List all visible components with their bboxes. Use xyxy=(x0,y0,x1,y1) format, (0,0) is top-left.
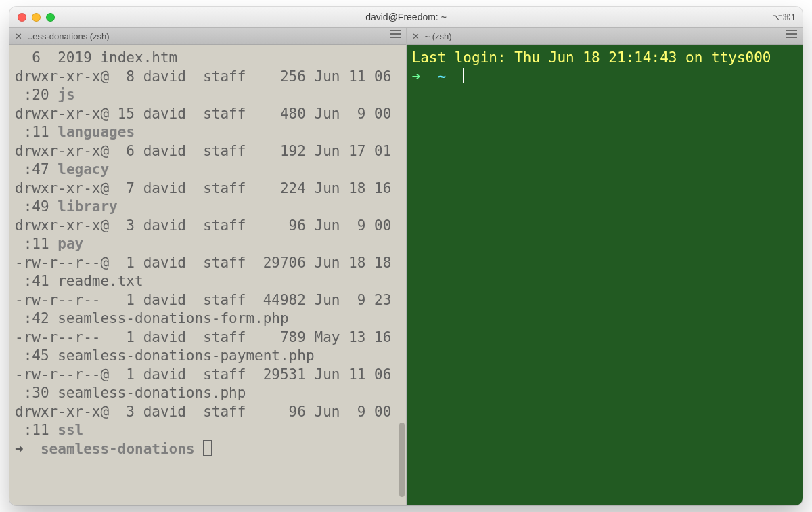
left-pane: ✕ ..ess-donations (zsh) 6 2019 index.htm… xyxy=(9,28,407,505)
close-tab-icon[interactable]: ✕ xyxy=(15,32,22,41)
left-scrollbar[interactable] xyxy=(399,423,405,497)
zoom-window-button[interactable] xyxy=(46,13,55,22)
minimize-window-button[interactable] xyxy=(32,13,41,22)
split-panes: ✕ ..ess-donations (zsh) 6 2019 index.htm… xyxy=(9,28,803,505)
left-tab-title: ..ess-donations (zsh) xyxy=(28,31,110,41)
traffic-lights xyxy=(18,13,55,22)
tab-menu-icon[interactable] xyxy=(786,30,797,38)
window-shortcut-indicator: ⌥⌘1 xyxy=(772,7,796,27)
terminal-window: david@Freedom: ~ ⌥⌘1 ✕ ..ess-donations (… xyxy=(9,7,803,505)
right-pane: ✕ ~ (zsh) Last login: Thu Jun 18 21:14:4… xyxy=(407,28,803,505)
close-tab-icon[interactable]: ✕ xyxy=(412,32,420,41)
left-terminal[interactable]: 6 2019 index.htm drwxr-xr-x@ 8 david sta… xyxy=(9,45,406,505)
window-title: david@Freedom: ~ xyxy=(9,12,803,22)
left-tabbar[interactable]: ✕ ..ess-donations (zsh) xyxy=(9,28,406,45)
right-tab-title: ~ (zsh) xyxy=(425,31,452,41)
right-tabbar[interactable]: ✕ ~ (zsh) xyxy=(407,28,803,45)
close-window-button[interactable] xyxy=(18,13,26,22)
right-terminal[interactable]: Last login: Thu Jun 18 21:14:43 on ttys0… xyxy=(407,45,803,505)
tab-menu-icon[interactable] xyxy=(390,30,401,38)
titlebar: david@Freedom: ~ ⌥⌘1 xyxy=(9,7,803,28)
